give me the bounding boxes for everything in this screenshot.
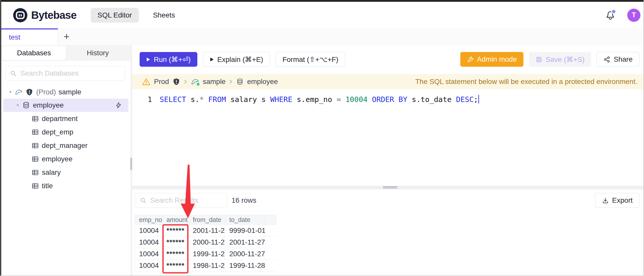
sidebar: Databases History <box>1 45 130 275</box>
tab-history[interactable]: History <box>66 46 130 60</box>
play-icon <box>146 57 150 62</box>
panel-resize-divider[interactable] <box>132 186 643 189</box>
bytebase-sql-editor-window: Bytebase SQL Editor Sheets T test + Data… <box>0 0 644 276</box>
database-search-input[interactable] <box>20 69 125 78</box>
results-search[interactable] <box>136 193 227 208</box>
play-icon <box>210 57 214 62</box>
table-name: employee <box>42 155 72 163</box>
sidebar-table-item[interactable]: employee <box>1 152 130 166</box>
table-name: salary <box>42 168 61 177</box>
result-cell[interactable]: 2000-11-27 <box>225 248 265 260</box>
sidebar-table-item[interactable]: dept_emp <box>1 125 130 139</box>
window-frame-left <box>0 0 1 276</box>
connection-status-dot <box>196 82 200 86</box>
download-icon <box>602 197 609 204</box>
chevron-right-icon <box>229 79 233 84</box>
nav-sheets[interactable]: Sheets <box>153 11 175 19</box>
column-header-from_date[interactable]: from_date <box>188 215 225 225</box>
result-row: 10004******1999-11-282000-11-27 <box>135 248 277 260</box>
run-button[interactable]: Run (⌘+⏎) <box>140 52 197 67</box>
format-button[interactable]: Format (⇧+⌥+F) <box>276 52 345 67</box>
admin-mode-button[interactable]: Admin mode <box>460 52 523 67</box>
save-button[interactable]: Save (⌘+S) <box>529 52 591 67</box>
table-icon <box>32 115 39 122</box>
breadcrumb-instance: sample <box>203 78 225 86</box>
result-cell-filler <box>265 260 277 271</box>
lightning-icon <box>115 102 122 109</box>
caret-down-icon <box>16 103 20 107</box>
result-cell[interactable]: 10004 <box>135 225 162 236</box>
table-name: department <box>42 115 78 123</box>
table-name: dept_manager <box>42 142 88 150</box>
warning-triangle-icon <box>142 78 150 86</box>
app-header: Bytebase SQL Editor Sheets T <box>1 2 643 29</box>
database-icon <box>22 101 30 109</box>
protected-environment-warning: The SQL statement below will be executed… <box>415 78 637 86</box>
database-search[interactable] <box>6 66 125 81</box>
column-header-to_date[interactable]: to_date <box>225 215 265 225</box>
result-cell[interactable]: 2001-11-27 <box>188 225 225 236</box>
table-icon <box>32 156 39 162</box>
result-row: 10004******2001-11-279999-01-01 <box>135 225 277 236</box>
table-icon <box>32 142 39 149</box>
result-cell[interactable]: 10004 <box>135 236 162 248</box>
table-name: dept_emp <box>42 128 73 136</box>
tab-test[interactable]: test <box>1 28 58 45</box>
sidebar-resize-handle[interactable] <box>130 45 132 275</box>
explain-button[interactable]: Explain (⌘+E) <box>203 52 270 67</box>
sidebar-table-item[interactable]: department <box>1 112 130 125</box>
search-icon <box>140 197 147 204</box>
result-cell[interactable]: 1999-11-28 <box>225 260 265 271</box>
result-body: 10004******2001-11-279999-01-0110004****… <box>135 225 277 271</box>
new-tab-button[interactable]: + <box>64 30 69 43</box>
result-cell[interactable]: 10004 <box>135 248 162 260</box>
sql-editor-area[interactable]: 1 SELECT s.* FROM salary s WHERE s.emp_n… <box>132 89 643 186</box>
results-search-input[interactable] <box>150 196 227 205</box>
notification-dot <box>611 9 616 14</box>
notification-bell-icon[interactable] <box>605 10 615 20</box>
table-icon <box>32 129 39 135</box>
result-cell[interactable]: 2000-11-27 <box>188 236 225 248</box>
window-frame-top <box>0 0 644 2</box>
result-header-row: emp_noamountfrom_dateto_date <box>135 215 277 225</box>
export-button[interactable]: Export <box>595 193 639 208</box>
breadcrumb-environment: Prod <box>154 78 169 86</box>
tab-databases[interactable]: Databases <box>2 46 66 60</box>
result-row: 10004******1998-11-281999-11-28 <box>135 260 277 271</box>
result-cell[interactable]: 9999-01-01 <box>225 225 265 236</box>
instance-name: sample <box>59 88 81 96</box>
bytebase-logo[interactable]: Bytebase <box>13 8 77 23</box>
mysql-connection-icon <box>191 78 199 85</box>
result-cell[interactable]: 2001-11-27 <box>225 236 265 248</box>
result-cell-filler <box>265 225 277 236</box>
nav-sql-editor[interactable]: SQL Editor <box>91 8 139 23</box>
sidebar-table-item[interactable]: salary <box>1 166 130 179</box>
wrench-icon <box>467 56 474 63</box>
mysql-icon <box>15 89 23 96</box>
result-cell[interactable]: 1998-11-28 <box>188 260 225 271</box>
sql-code-line: 1 SELECT s.* FROM salary s WHERE s.emp_n… <box>132 94 479 105</box>
result-table: emp_noamountfrom_dateto_date 10004******… <box>135 215 277 271</box>
tree-database-employee[interactable]: employee <box>3 99 128 112</box>
row-count: 16 rows <box>232 193 256 208</box>
column-header-amount[interactable]: amount <box>162 215 188 225</box>
sidebar-table-item[interactable]: title <box>1 179 130 193</box>
chevron-right-icon <box>184 79 187 84</box>
user-avatar[interactable]: T <box>627 9 640 22</box>
share-button[interactable]: Share <box>597 52 639 67</box>
bytebase-logo-icon <box>13 8 28 23</box>
sidebar-table-item[interactable]: dept_manager <box>1 139 130 152</box>
search-icon <box>10 70 17 77</box>
table-icon <box>32 169 39 176</box>
connection-breadcrumb: Prod sample <box>132 74 643 89</box>
table-icon <box>32 183 39 189</box>
result-cell[interactable]: 10004 <box>135 260 162 271</box>
shield-alert-icon <box>26 88 33 96</box>
result-cell[interactable]: 1999-11-28 <box>188 248 225 260</box>
tree-instance-sample[interactable]: (Prod) sample <box>1 85 130 99</box>
breadcrumb-database: employee <box>247 78 278 86</box>
share-icon <box>603 56 610 63</box>
database-tree: (Prod) sample employee <box>1 85 130 193</box>
tab-test-label: test <box>9 33 20 41</box>
column-header-emp_no[interactable]: emp_no <box>135 215 162 225</box>
